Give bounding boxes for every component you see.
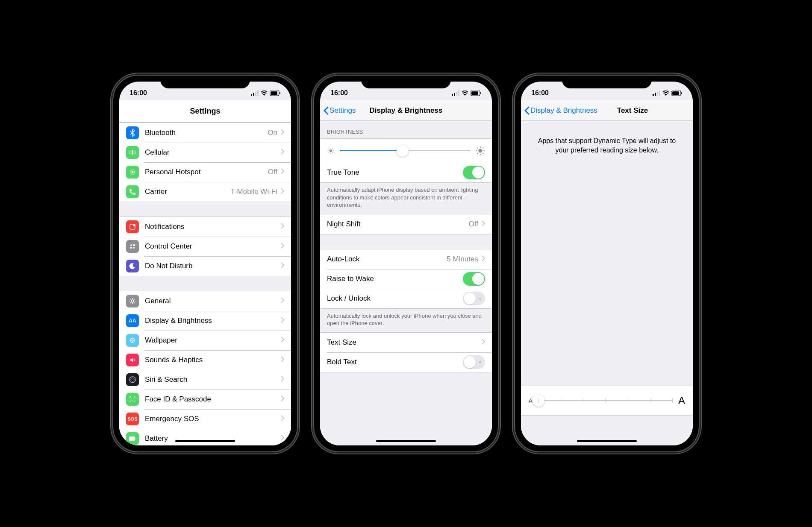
sounds-icon bbox=[126, 354, 139, 366]
svg-rect-2 bbox=[255, 92, 256, 96]
lockunlock-toggle[interactable] bbox=[463, 292, 485, 305]
textsize-slider[interactable] bbox=[538, 400, 672, 401]
brightness-group: True Tone bbox=[320, 138, 492, 183]
status-icons bbox=[653, 91, 683, 96]
lockunlock-label: Lock / Unlock bbox=[327, 294, 463, 303]
settings-row-cellular[interactable]: Cellular bbox=[119, 143, 291, 162]
svg-rect-59 bbox=[681, 92, 682, 94]
display-icon: AA bbox=[126, 314, 139, 327]
truetone-footer: Automatically adapt iPhone display based… bbox=[320, 183, 492, 214]
row-label: Do Not Disturb bbox=[145, 262, 281, 270]
svg-line-51 bbox=[477, 153, 478, 154]
chevron-right-icon bbox=[281, 262, 284, 270]
settings-row-carrier[interactable]: CarrierT-Mobile Wi-Fi bbox=[119, 182, 291, 202]
large-a-icon: A bbox=[678, 395, 685, 407]
textsize-row[interactable]: Text Size bbox=[320, 333, 492, 352]
svg-rect-53 bbox=[653, 94, 654, 96]
lockunlock-footer: Automatically lock and unlock your iPhon… bbox=[320, 309, 492, 332]
settings-row-wallpaper[interactable]: Wallpaper bbox=[119, 331, 291, 350]
chevron-left-icon bbox=[324, 106, 329, 115]
home-indicator[interactable] bbox=[175, 440, 235, 442]
page-title: Display & Brightness bbox=[370, 106, 443, 115]
settings-row-personal-hotspot[interactable]: Personal HotspotOff bbox=[119, 162, 291, 182]
svg-rect-28 bbox=[452, 94, 453, 96]
back-button[interactable]: Settings bbox=[324, 100, 356, 120]
brightness-slider[interactable] bbox=[340, 150, 471, 151]
svg-rect-31 bbox=[458, 91, 459, 96]
settings-row-bluetooth[interactable]: BluetoothOn bbox=[119, 123, 291, 143]
chevron-right-icon bbox=[281, 337, 284, 344]
row-label: Wallpaper bbox=[145, 336, 281, 345]
nightshift-row[interactable]: Night Shift Off bbox=[320, 214, 492, 234]
row-label: Control Center bbox=[145, 242, 281, 251]
boldtext-toggle[interactable] bbox=[463, 355, 485, 369]
home-indicator[interactable] bbox=[577, 440, 637, 442]
display-content[interactable]: BRIGHTNESS True Tone Automatically adapt… bbox=[320, 121, 492, 445]
settings-row-face-id-passcode[interactable]: Face ID & Passcode bbox=[119, 389, 291, 409]
bluetooth-icon bbox=[126, 126, 139, 139]
row-label: Personal Hotspot bbox=[145, 168, 268, 176]
chevron-right-icon bbox=[281, 435, 284, 442]
back-button[interactable]: Display & Brightness bbox=[524, 100, 597, 120]
settings-row-emergency-sos[interactable]: SOSEmergency SOS bbox=[119, 409, 291, 429]
settings-group: NotificationsControl CenterDo Not Distur… bbox=[119, 217, 291, 276]
svg-point-35 bbox=[330, 149, 332, 152]
settings-row-display-brightness[interactable]: AADisplay & Brightness bbox=[119, 311, 291, 331]
slider-thumb[interactable] bbox=[397, 145, 409, 157]
svg-line-52 bbox=[483, 148, 484, 149]
phone-settings: 16:00 Settings BluetoothOnCellularPerson… bbox=[113, 76, 297, 451]
svg-line-42 bbox=[329, 152, 330, 153]
truetone-toggle[interactable] bbox=[463, 166, 485, 179]
svg-point-44 bbox=[478, 149, 482, 152]
chevron-right-icon bbox=[281, 317, 284, 325]
raise-label: Raise to Wake bbox=[327, 275, 463, 283]
sun-large-icon bbox=[476, 146, 485, 155]
svg-rect-27 bbox=[135, 438, 136, 439]
wifi-icon bbox=[261, 91, 268, 96]
textsize-label: Text Size bbox=[327, 338, 482, 347]
settings-row-battery[interactable]: Battery bbox=[119, 429, 291, 445]
settings-row-notifications[interactable]: Notifications bbox=[119, 217, 291, 237]
svg-line-41 bbox=[332, 152, 333, 153]
chevron-right-icon bbox=[281, 188, 284, 196]
settings-row-general[interactable]: General bbox=[119, 291, 291, 311]
page-title: Settings bbox=[190, 107, 220, 116]
chevron-right-icon bbox=[281, 129, 284, 137]
settings-content[interactable]: BluetoothOnCellularPersonal HotspotOffCa… bbox=[119, 123, 291, 445]
nightshift-value: Off bbox=[469, 220, 478, 228]
svg-line-40 bbox=[329, 149, 330, 149]
settings-group: GeneralAADisplay & BrightnessWallpaperSo… bbox=[119, 291, 291, 445]
home-indicator[interactable] bbox=[376, 440, 436, 442]
text-group: Text Size Bold Text bbox=[320, 332, 492, 372]
svg-point-12 bbox=[130, 244, 132, 246]
chevron-right-icon bbox=[281, 376, 284, 384]
svg-rect-34 bbox=[480, 92, 481, 94]
svg-rect-6 bbox=[279, 92, 280, 94]
chevron-right-icon bbox=[281, 297, 284, 305]
svg-point-22 bbox=[129, 377, 135, 383]
page-title: Text Size bbox=[617, 106, 648, 115]
svg-point-23 bbox=[131, 378, 134, 381]
settings-row-do-not-disturb[interactable]: Do Not Disturb bbox=[119, 256, 291, 276]
phone-text-size: 16:00 Display & Brightness Text Size App… bbox=[515, 76, 699, 451]
settings-row-sounds-haptics[interactable]: Sounds & Haptics bbox=[119, 350, 291, 370]
row-label: Cellular bbox=[145, 148, 281, 157]
autolock-row[interactable]: Auto-Lock 5 Minutes bbox=[320, 249, 492, 269]
svg-point-20 bbox=[132, 341, 133, 342]
raise-toggle[interactable] bbox=[463, 272, 485, 286]
svg-rect-29 bbox=[454, 93, 455, 96]
svg-line-49 bbox=[477, 148, 478, 149]
screen: 16:00 Display & Brightness Text Size App… bbox=[521, 82, 693, 445]
row-label: Notifications bbox=[145, 223, 281, 231]
boldtext-label: Bold Text bbox=[327, 358, 463, 366]
phone-icon bbox=[126, 185, 139, 198]
small-a-icon: A bbox=[529, 398, 533, 404]
svg-point-18 bbox=[132, 339, 133, 340]
chevron-right-icon bbox=[281, 356, 284, 364]
settings-row-siri-search[interactable]: Siri & Search bbox=[119, 370, 291, 389]
settings-group: BluetoothOnCellularPersonal HotspotOffCa… bbox=[119, 123, 291, 202]
settings-row-control-center[interactable]: Control Center bbox=[119, 237, 291, 256]
nav-bar: Settings bbox=[119, 100, 291, 123]
wallpaper-icon bbox=[126, 334, 139, 347]
svg-rect-13 bbox=[133, 244, 135, 246]
